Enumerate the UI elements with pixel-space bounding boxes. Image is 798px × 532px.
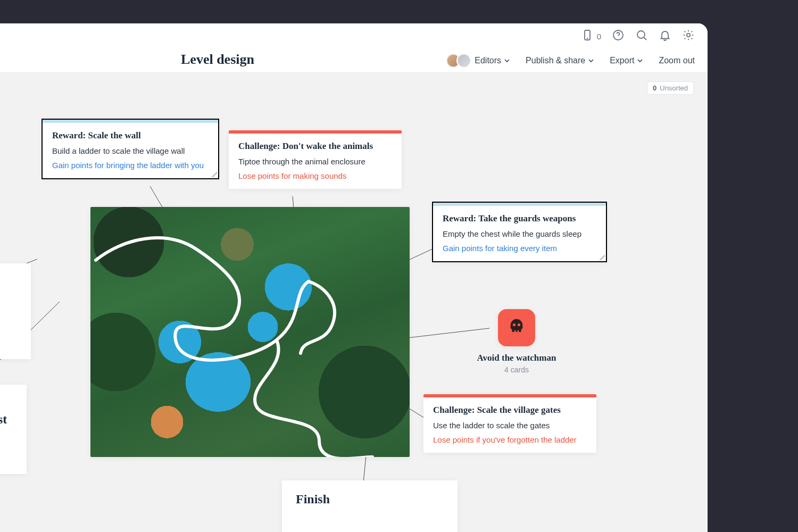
stack-tile bbox=[498, 309, 535, 346]
card-title: Challenge: Scale the village gates bbox=[433, 405, 587, 415]
unsorted-count: 0 bbox=[653, 84, 656, 92]
offscreen-card-left-1[interactable] bbox=[0, 263, 31, 359]
device-count[interactable]: 0 bbox=[581, 29, 601, 44]
chevron-down-icon bbox=[588, 56, 594, 65]
unsorted-badge[interactable]: 0 Unsorted bbox=[647, 81, 694, 95]
card-reward-scale-wall[interactable]: Reward: Scale the wall Build a ladder to… bbox=[43, 120, 218, 178]
export-menu[interactable]: Export bbox=[610, 56, 643, 65]
card-outcome: Gain points for bringing the ladder with… bbox=[52, 161, 209, 170]
search-button[interactable] bbox=[635, 29, 648, 44]
card-title: Reward: Scale the wall bbox=[52, 130, 209, 141]
stack-meta: 4 cards bbox=[471, 365, 562, 374]
chevron-down-icon bbox=[637, 56, 643, 65]
search-icon bbox=[635, 29, 648, 44]
editors-menu[interactable]: Editors bbox=[450, 53, 510, 68]
skull-icon bbox=[508, 318, 526, 338]
card-stack-watchman[interactable]: Avoid the watchman 4 cards bbox=[471, 309, 562, 374]
mobile-icon bbox=[581, 29, 594, 44]
publish-label: Publish & share bbox=[526, 56, 585, 65]
card-body: Use the ladder to scale the gates bbox=[433, 421, 587, 430]
card-title: Challenge: Don't wake the animals bbox=[238, 141, 392, 152]
notifications-button[interactable] bbox=[659, 29, 671, 44]
export-label: Export bbox=[610, 56, 634, 65]
svg-point-4 bbox=[637, 31, 645, 38]
page-title: Level design bbox=[181, 52, 254, 68]
card-challenge-animals[interactable]: Challenge: Don't wake the animals Tiptoe… bbox=[229, 130, 402, 189]
svg-point-3 bbox=[618, 37, 618, 38]
card-title: Reward: Take the guards weapons bbox=[443, 213, 596, 224]
card-reward-weapons[interactable]: Reward: Take the guards weapons Empty th… bbox=[433, 203, 606, 261]
header-menus: Editors Publish & share Export Zoom out bbox=[450, 53, 695, 68]
stack-label: Avoid the watchman bbox=[471, 353, 562, 363]
card-outcome: Lose points if you've forgotten the ladd… bbox=[433, 435, 587, 444]
help-icon bbox=[612, 29, 625, 44]
editors-label: Editors bbox=[475, 56, 501, 65]
publish-menu[interactable]: Publish & share bbox=[526, 56, 594, 65]
svg-line-5 bbox=[644, 38, 647, 40]
avatar bbox=[456, 53, 471, 68]
app-frame: 0 Level design bbox=[0, 23, 708, 532]
card-challenge-gates[interactable]: Challenge: Scale the village gates Use t… bbox=[423, 394, 596, 453]
bell-icon bbox=[659, 29, 671, 44]
unsorted-label: Unsorted bbox=[660, 84, 688, 92]
settings-button[interactable] bbox=[682, 29, 695, 44]
header: Level design Editors Publish & share Exp… bbox=[0, 49, 708, 73]
card-outcome: Gain points for taking every item bbox=[443, 244, 596, 253]
card-body: Tiptoe through the animal enclosure bbox=[238, 157, 392, 166]
card-body: Empty the chest while the guards sleep bbox=[443, 229, 596, 238]
help-button[interactable] bbox=[612, 29, 625, 44]
offscreen-card-text: st bbox=[0, 412, 7, 427]
gear-icon bbox=[682, 29, 695, 44]
chevron-down-icon bbox=[504, 56, 510, 65]
canvas[interactable]: 0 Unsorted st bbox=[0, 73, 708, 532]
editor-avatars bbox=[450, 53, 471, 68]
map-image[interactable] bbox=[90, 207, 410, 457]
offscreen-card-left-2[interactable]: st bbox=[0, 385, 27, 474]
utility-bar: 0 bbox=[0, 23, 708, 49]
card-finish[interactable]: Finish bbox=[282, 480, 458, 532]
svg-point-6 bbox=[687, 34, 690, 37]
card-body: Build a ladder to scale the village wall bbox=[52, 146, 209, 155]
card-title: Finish bbox=[296, 492, 458, 506]
zoom-out-button[interactable]: Zoom out bbox=[659, 56, 695, 65]
zoom-out-label: Zoom out bbox=[659, 56, 695, 65]
device-count-value: 0 bbox=[597, 32, 601, 41]
card-outcome: Lose points for making sounds bbox=[238, 171, 392, 180]
